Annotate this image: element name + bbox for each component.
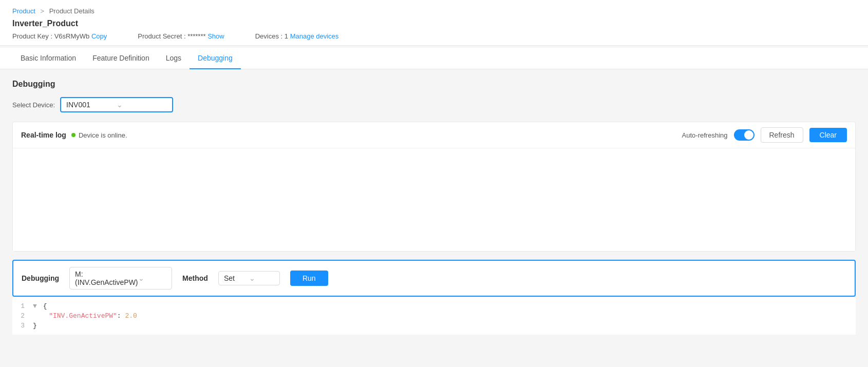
product-key-label: Product Key : — [12, 32, 52, 40]
tabs-bar: Basic Information Feature Definition Log… — [0, 48, 868, 69]
product-secret-label: Product Secret : — [138, 32, 185, 40]
device-select-value: INV001 — [66, 101, 117, 109]
method-label: Method — [182, 274, 208, 282]
product-key-value: V6sRMyWb — [54, 32, 90, 40]
method-select[interactable]: Set ⌄ — [218, 271, 280, 285]
debug-feature-select[interactable]: M: (INV.GenActivePW) ⌄ — [69, 267, 172, 289]
debugging-label: Debugging — [22, 274, 59, 282]
code-key: "INV.GenActivePW" — [49, 312, 117, 320]
tab-debugging[interactable]: Debugging — [190, 48, 241, 69]
code-area: 1 ▼ { 2 "INV.GenActivePW": 2.0 3 } — [12, 297, 856, 335]
breadcrumb-separator: > — [40, 7, 44, 15]
show-link[interactable]: Show — [207, 32, 224, 40]
tab-feature-definition[interactable]: Feature Definition — [84, 48, 158, 69]
debugging-section-title: Debugging — [12, 80, 856, 89]
online-indicator — [71, 133, 76, 137]
method-chevron-down-icon: ⌄ — [249, 274, 274, 282]
line-number-3: 3 — [12, 322, 31, 330]
debug-bottom-panel: Debugging M: (INV.GenActivePW) ⌄ Method … — [12, 260, 856, 297]
debug-chevron-down-icon: ⌄ — [138, 274, 167, 282]
product-devices-section: Devices : 1 Manage devices — [255, 32, 339, 40]
auto-refresh-toggle[interactable] — [734, 129, 754, 141]
realtime-log-title: Real-time log — [21, 131, 66, 139]
realtime-actions: Auto-refreshing Refresh Clear — [682, 127, 847, 143]
code-line-1: 1 ▼ { — [12, 301, 856, 311]
auto-refreshing-label: Auto-refreshing — [682, 131, 728, 139]
product-secret-section: Product Secret : ******* Show — [138, 32, 224, 40]
chevron-down-icon: ⌄ — [117, 101, 167, 109]
manage-devices-link[interactable]: Manage devices — [290, 32, 339, 40]
device-status-text: Device is online. — [79, 131, 127, 139]
line-number-1: 1 — [12, 302, 31, 310]
select-device-label: Select Device: — [12, 101, 55, 109]
tab-logs[interactable]: Logs — [158, 48, 190, 69]
code-line-2: 2 "INV.GenActivePW": 2.0 — [12, 311, 856, 321]
clear-button[interactable]: Clear — [809, 128, 847, 142]
devices-count: 1 — [285, 32, 288, 40]
code-line-3: 3 } — [12, 321, 856, 331]
breadcrumb-product-link[interactable]: Product — [12, 7, 35, 15]
tab-basic-information[interactable]: Basic Information — [12, 48, 84, 69]
run-button[interactable]: Run — [290, 271, 328, 286]
method-value: Set — [224, 274, 249, 282]
expand-icon: ▼ — [33, 302, 37, 310]
log-area — [13, 148, 855, 251]
toggle-thumb — [744, 130, 753, 140]
devices-label: Devices : — [255, 32, 282, 40]
select-device-row: Select Device: INV001 ⌄ — [12, 97, 856, 112]
device-select[interactable]: INV001 ⌄ — [60, 97, 173, 112]
product-meta: Product Key : V6sRMyWb Copy Product Secr… — [12, 32, 856, 40]
line-number-2: 2 — [12, 312, 31, 320]
refresh-button[interactable]: Refresh — [761, 127, 803, 143]
realtime-panel: Real-time log Device is online. Auto-ref… — [12, 122, 856, 252]
copy-link[interactable]: Copy — [91, 32, 107, 40]
product-key-section: Product Key : V6sRMyWb Copy — [12, 32, 107, 40]
breadcrumb-current: Product Details — [49, 7, 95, 15]
product-secret-value: ******* — [187, 32, 205, 40]
product-title: Inverter_Product — [12, 19, 856, 28]
debug-feature-value: M: (INV.GenActivePW) — [75, 270, 138, 286]
realtime-header: Real-time log Device is online. Auto-ref… — [13, 122, 855, 148]
breadcrumb: Product > Product Details — [12, 7, 856, 15]
code-value: 2.0 — [125, 312, 137, 320]
